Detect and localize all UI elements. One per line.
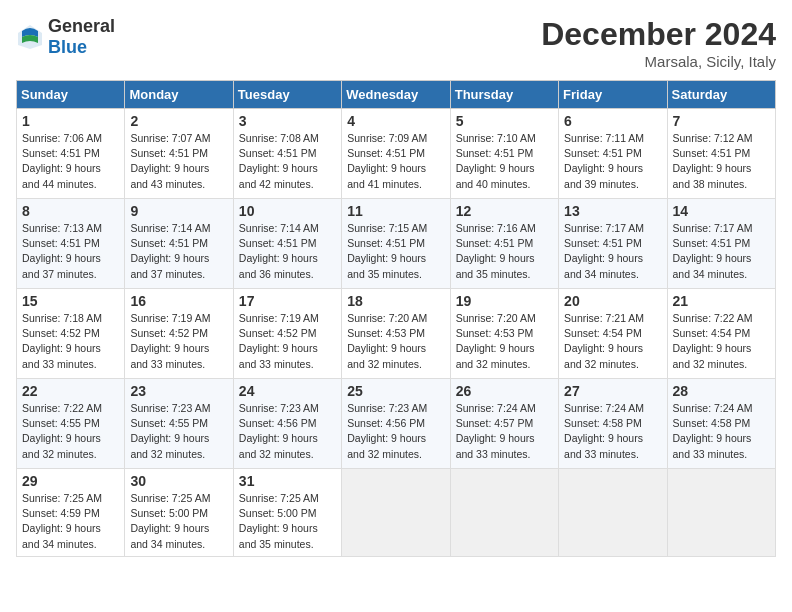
calendar-day: 28 Sunrise: 7:24 AMSunset: 4:58 PMDaylig… <box>667 379 775 469</box>
calendar-day: 24 Sunrise: 7:23 AMSunset: 4:56 PMDaylig… <box>233 379 341 469</box>
calendar-week-row: 29 Sunrise: 7:25 AMSunset: 4:59 PMDaylig… <box>17 469 776 557</box>
month-title: December 2024 <box>541 16 776 53</box>
title-area: December 2024 Marsala, Sicily, Italy <box>541 16 776 70</box>
calendar-day: 11 Sunrise: 7:15 AMSunset: 4:51 PMDaylig… <box>342 199 450 289</box>
calendar-day: 19 Sunrise: 7:20 AMSunset: 4:53 PMDaylig… <box>450 289 558 379</box>
day-number: 29 <box>22 473 119 489</box>
calendar-day: 23 Sunrise: 7:23 AMSunset: 4:55 PMDaylig… <box>125 379 233 469</box>
day-number: 1 <box>22 113 119 129</box>
calendar-day: 26 Sunrise: 7:24 AMSunset: 4:57 PMDaylig… <box>450 379 558 469</box>
calendar-day: 31 Sunrise: 7:25 AMSunset: 5:00 PMDaylig… <box>233 469 341 557</box>
day-info: Sunrise: 7:25 AMSunset: 5:00 PMDaylight:… <box>130 491 227 552</box>
day-number: 9 <box>130 203 227 219</box>
day-info: Sunrise: 7:12 AMSunset: 4:51 PMDaylight:… <box>673 131 770 192</box>
day-info: Sunrise: 7:22 AMSunset: 4:55 PMDaylight:… <box>22 401 119 462</box>
calendar-day: 27 Sunrise: 7:24 AMSunset: 4:58 PMDaylig… <box>559 379 667 469</box>
calendar-day: 6 Sunrise: 7:11 AMSunset: 4:51 PMDayligh… <box>559 109 667 199</box>
day-number: 12 <box>456 203 553 219</box>
calendar-day: 22 Sunrise: 7:22 AMSunset: 4:55 PMDaylig… <box>17 379 125 469</box>
weekday-header: Thursday <box>450 81 558 109</box>
calendar-day: 4 Sunrise: 7:09 AMSunset: 4:51 PMDayligh… <box>342 109 450 199</box>
day-info: Sunrise: 7:08 AMSunset: 4:51 PMDaylight:… <box>239 131 336 192</box>
day-number: 18 <box>347 293 444 309</box>
day-info: Sunrise: 7:10 AMSunset: 4:51 PMDaylight:… <box>456 131 553 192</box>
day-number: 31 <box>239 473 336 489</box>
calendar-day <box>450 469 558 557</box>
calendar-day: 2 Sunrise: 7:07 AMSunset: 4:51 PMDayligh… <box>125 109 233 199</box>
day-number: 10 <box>239 203 336 219</box>
day-info: Sunrise: 7:20 AMSunset: 4:53 PMDaylight:… <box>347 311 444 372</box>
calendar-day: 25 Sunrise: 7:23 AMSunset: 4:56 PMDaylig… <box>342 379 450 469</box>
day-info: Sunrise: 7:14 AMSunset: 4:51 PMDaylight:… <box>239 221 336 282</box>
calendar-day: 12 Sunrise: 7:16 AMSunset: 4:51 PMDaylig… <box>450 199 558 289</box>
calendar-day: 9 Sunrise: 7:14 AMSunset: 4:51 PMDayligh… <box>125 199 233 289</box>
day-number: 27 <box>564 383 661 399</box>
day-info: Sunrise: 7:06 AMSunset: 4:51 PMDaylight:… <box>22 131 119 192</box>
day-info: Sunrise: 7:24 AMSunset: 4:58 PMDaylight:… <box>564 401 661 462</box>
calendar-day <box>667 469 775 557</box>
calendar-day: 3 Sunrise: 7:08 AMSunset: 4:51 PMDayligh… <box>233 109 341 199</box>
day-info: Sunrise: 7:23 AMSunset: 4:55 PMDaylight:… <box>130 401 227 462</box>
calendar-day <box>559 469 667 557</box>
day-info: Sunrise: 7:24 AMSunset: 4:58 PMDaylight:… <box>673 401 770 462</box>
day-number: 3 <box>239 113 336 129</box>
calendar-day: 16 Sunrise: 7:19 AMSunset: 4:52 PMDaylig… <box>125 289 233 379</box>
logo-blue: Blue <box>48 37 87 57</box>
day-number: 23 <box>130 383 227 399</box>
location-title: Marsala, Sicily, Italy <box>541 53 776 70</box>
calendar-day: 29 Sunrise: 7:25 AMSunset: 4:59 PMDaylig… <box>17 469 125 557</box>
day-number: 7 <box>673 113 770 129</box>
weekday-header-row: SundayMondayTuesdayWednesdayThursdayFrid… <box>17 81 776 109</box>
day-info: Sunrise: 7:20 AMSunset: 4:53 PMDaylight:… <box>456 311 553 372</box>
calendar-week-row: 1 Sunrise: 7:06 AMSunset: 4:51 PMDayligh… <box>17 109 776 199</box>
weekday-header: Tuesday <box>233 81 341 109</box>
calendar-day: 18 Sunrise: 7:20 AMSunset: 4:53 PMDaylig… <box>342 289 450 379</box>
day-info: Sunrise: 7:11 AMSunset: 4:51 PMDaylight:… <box>564 131 661 192</box>
day-info: Sunrise: 7:07 AMSunset: 4:51 PMDaylight:… <box>130 131 227 192</box>
logo: General Blue <box>16 16 115 58</box>
day-info: Sunrise: 7:18 AMSunset: 4:52 PMDaylight:… <box>22 311 119 372</box>
calendar-day: 21 Sunrise: 7:22 AMSunset: 4:54 PMDaylig… <box>667 289 775 379</box>
day-number: 4 <box>347 113 444 129</box>
weekday-header: Saturday <box>667 81 775 109</box>
day-number: 17 <box>239 293 336 309</box>
day-number: 30 <box>130 473 227 489</box>
calendar-day: 7 Sunrise: 7:12 AMSunset: 4:51 PMDayligh… <box>667 109 775 199</box>
weekday-header: Sunday <box>17 81 125 109</box>
day-number: 21 <box>673 293 770 309</box>
day-number: 11 <box>347 203 444 219</box>
calendar-day: 17 Sunrise: 7:19 AMSunset: 4:52 PMDaylig… <box>233 289 341 379</box>
day-number: 5 <box>456 113 553 129</box>
weekday-header: Monday <box>125 81 233 109</box>
calendar-day: 8 Sunrise: 7:13 AMSunset: 4:51 PMDayligh… <box>17 199 125 289</box>
day-number: 28 <box>673 383 770 399</box>
day-info: Sunrise: 7:19 AMSunset: 4:52 PMDaylight:… <box>130 311 227 372</box>
weekday-header: Wednesday <box>342 81 450 109</box>
day-number: 25 <box>347 383 444 399</box>
calendar-day: 30 Sunrise: 7:25 AMSunset: 5:00 PMDaylig… <box>125 469 233 557</box>
day-number: 20 <box>564 293 661 309</box>
calendar-day: 13 Sunrise: 7:17 AMSunset: 4:51 PMDaylig… <box>559 199 667 289</box>
day-number: 8 <box>22 203 119 219</box>
calendar-day: 14 Sunrise: 7:17 AMSunset: 4:51 PMDaylig… <box>667 199 775 289</box>
logo-text: General Blue <box>48 16 115 58</box>
day-info: Sunrise: 7:23 AMSunset: 4:56 PMDaylight:… <box>347 401 444 462</box>
day-number: 19 <box>456 293 553 309</box>
day-info: Sunrise: 7:19 AMSunset: 4:52 PMDaylight:… <box>239 311 336 372</box>
day-info: Sunrise: 7:14 AMSunset: 4:51 PMDaylight:… <box>130 221 227 282</box>
day-info: Sunrise: 7:22 AMSunset: 4:54 PMDaylight:… <box>673 311 770 372</box>
day-info: Sunrise: 7:23 AMSunset: 4:56 PMDaylight:… <box>239 401 336 462</box>
day-info: Sunrise: 7:17 AMSunset: 4:51 PMDaylight:… <box>673 221 770 282</box>
day-number: 6 <box>564 113 661 129</box>
calendar-day: 1 Sunrise: 7:06 AMSunset: 4:51 PMDayligh… <box>17 109 125 199</box>
calendar-day: 5 Sunrise: 7:10 AMSunset: 4:51 PMDayligh… <box>450 109 558 199</box>
day-number: 22 <box>22 383 119 399</box>
day-number: 16 <box>130 293 227 309</box>
calendar-table: SundayMondayTuesdayWednesdayThursdayFrid… <box>16 80 776 557</box>
day-info: Sunrise: 7:17 AMSunset: 4:51 PMDaylight:… <box>564 221 661 282</box>
calendar-week-row: 8 Sunrise: 7:13 AMSunset: 4:51 PMDayligh… <box>17 199 776 289</box>
calendar-week-row: 15 Sunrise: 7:18 AMSunset: 4:52 PMDaylig… <box>17 289 776 379</box>
day-info: Sunrise: 7:15 AMSunset: 4:51 PMDaylight:… <box>347 221 444 282</box>
day-number: 2 <box>130 113 227 129</box>
day-info: Sunrise: 7:25 AMSunset: 5:00 PMDaylight:… <box>239 491 336 552</box>
